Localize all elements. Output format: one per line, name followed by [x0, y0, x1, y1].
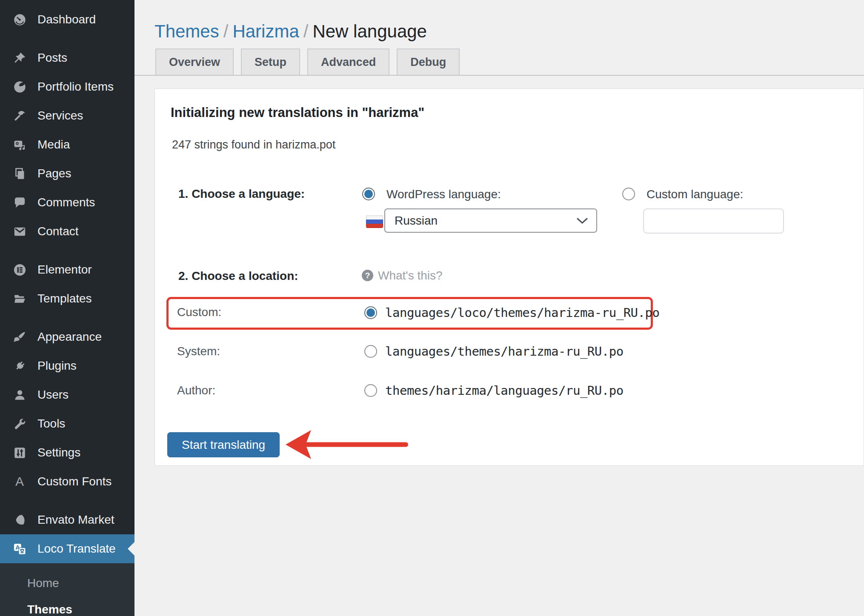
pages-icon — [12, 166, 27, 181]
wrench-icon — [12, 416, 27, 431]
sidebar-item-comments[interactable]: Comments — [0, 188, 134, 217]
sidebar-item-label: Posts — [37, 51, 67, 65]
location-system-label: System: — [177, 345, 220, 358]
tab-setup[interactable]: Setup — [241, 48, 300, 75]
location-custom-path: languages/loco/themes/harizma-ru_RU.po — [385, 305, 659, 320]
admin-menu: Dashboard Posts Portfolio Items Services — [0, 0, 134, 616]
sidebar-item-posts[interactable]: Posts — [0, 43, 134, 72]
tab-debug[interactable]: Debug — [397, 48, 460, 75]
custom-language-radio[interactable] — [622, 188, 635, 200]
leaf-icon — [12, 512, 27, 528]
pushpin-icon — [12, 50, 27, 66]
wordpress-language-label: WordPress language: — [386, 188, 501, 201]
sidebar-item-elementor[interactable]: Elementor — [0, 255, 134, 284]
envelope-icon — [12, 224, 27, 239]
help-question-icon[interactable]: ? — [362, 270, 373, 281]
sidebar-item-envato-market[interactable]: Envato Market — [0, 505, 134, 534]
sidebar-item-custom-fonts[interactable]: A Custom Fonts — [0, 467, 134, 496]
language-select-value: Russian — [395, 214, 438, 228]
tab-advanced[interactable]: Advanced — [307, 48, 389, 75]
tab-bar-divider — [134, 75, 864, 76]
russian-flag-icon — [366, 215, 383, 228]
sidebar-item-contact[interactable]: Contact — [0, 217, 134, 246]
sidebar-item-templates[interactable]: Templates — [0, 284, 134, 313]
sidebar-item-label: Custom Fonts — [37, 475, 112, 488]
sidebar-item-label: Plugins — [37, 359, 77, 373]
content-area: Themes/Harizma/New language Overview Set… — [134, 0, 864, 616]
chevron-down-icon — [577, 218, 588, 224]
custom-language-label: Custom language: — [647, 188, 743, 201]
wordpress-language-radio[interactable] — [362, 188, 375, 200]
annotation-red-arrow — [278, 425, 419, 468]
sidebar-item-label: Appearance — [37, 330, 102, 344]
hammer-icon — [12, 108, 27, 123]
sidebar-item-plugins[interactable]: Plugins — [0, 351, 134, 380]
strings-found-summary: 247 strings found in harizma.pot — [172, 138, 335, 151]
letter-a-icon: A — [12, 474, 27, 489]
submenu-item-themes[interactable]: Themes — [0, 596, 134, 616]
breadcrumb: Themes/Harizma/New language — [154, 21, 427, 42]
sidebar-item-portfolio-items[interactable]: Portfolio Items — [0, 72, 134, 101]
dashboard-icon — [12, 12, 27, 27]
brush-icon — [12, 329, 27, 345]
sidebar-item-settings[interactable]: Settings — [0, 438, 134, 467]
sidebar-item-label: Media — [37, 138, 70, 151]
sidebar-item-label: Settings — [37, 446, 80, 459]
sidebar-item-label: Portfolio Items — [37, 80, 114, 94]
location-author-label: Author: — [177, 384, 215, 397]
location-system-radio[interactable] — [364, 345, 377, 358]
translate-icon: A — [12, 541, 27, 556]
media-icon — [12, 137, 27, 152]
sidebar-item-label: Templates — [37, 292, 92, 305]
loco-translate-new-language-page: Dashboard Posts Portfolio Items Services — [0, 0, 864, 616]
location-custom-label: Custom: — [177, 305, 221, 319]
location-system-path: languages/themes/harizma-ru_RU.po — [385, 344, 624, 359]
location-author-path: themes/harizma/languages/ru_RU.po — [385, 383, 624, 398]
custom-language-input[interactable] — [643, 208, 784, 234]
folder-icon — [12, 291, 27, 306]
loco-translate-submenu: Home Themes — [0, 563, 134, 616]
sidebar-item-label: Services — [37, 109, 83, 123]
sidebar-item-users[interactable]: Users — [0, 380, 134, 409]
sidebar-item-dashboard[interactable]: Dashboard — [0, 5, 134, 34]
breadcrumb-current: New language — [312, 21, 427, 41]
choose-location-label: 2. Choose a location: — [178, 269, 298, 283]
breadcrumb-separator: / — [219, 21, 233, 41]
comment-icon — [12, 195, 27, 210]
sidebar-item-label: Users — [37, 388, 69, 402]
sidebar-item-label: Loco Translate — [37, 542, 116, 556]
plug-icon — [12, 358, 27, 374]
sidebar-item-label: Contact — [37, 225, 79, 238]
sliders-icon — [12, 445, 27, 460]
sidebar-item-label: Dashboard — [37, 13, 96, 26]
breadcrumb-link-themes[interactable]: Themes — [154, 21, 219, 41]
sidebar-item-services[interactable]: Services — [0, 101, 134, 130]
language-select[interactable]: Russian — [384, 208, 597, 233]
submenu-item-home[interactable]: Home — [0, 570, 134, 596]
sidebar-item-tools[interactable]: Tools — [0, 409, 134, 438]
init-translations-panel: Initializing new translations in "harizm… — [154, 88, 864, 466]
sidebar-item-label: Elementor — [37, 263, 92, 277]
admin-sidebar: Dashboard Posts Portfolio Items Services — [0, 0, 134, 616]
sidebar-item-label: Envato Market — [37, 513, 114, 527]
tab-overview[interactable]: Overview — [155, 48, 234, 75]
choose-language-label: 1. Choose a language: — [178, 187, 305, 201]
panel-heading: Initializing new translations in "harizm… — [171, 105, 424, 120]
portfolio-icon — [12, 79, 27, 94]
breadcrumb-separator: / — [299, 21, 313, 41]
start-translating-button[interactable]: Start translating — [167, 432, 280, 457]
sidebar-item-label: Pages — [37, 167, 71, 180]
breadcrumb-link-harizma[interactable]: Harizma — [232, 21, 299, 41]
sidebar-item-pages[interactable]: Pages — [0, 159, 134, 188]
whats-this-link[interactable]: What's this? — [378, 269, 443, 282]
elementor-icon — [12, 262, 27, 277]
current-menu-arrow — [128, 542, 134, 556]
sidebar-item-loco-translate[interactable]: A Loco Translate — [0, 534, 134, 563]
sidebar-item-appearance[interactable]: Appearance — [0, 322, 134, 351]
sidebar-item-label: Comments — [37, 196, 95, 209]
user-icon — [12, 387, 27, 402]
sidebar-item-media[interactable]: Media — [0, 130, 134, 159]
sidebar-item-label: Tools — [37, 417, 65, 431]
location-custom-radio[interactable] — [364, 306, 377, 319]
location-author-radio[interactable] — [364, 384, 377, 397]
